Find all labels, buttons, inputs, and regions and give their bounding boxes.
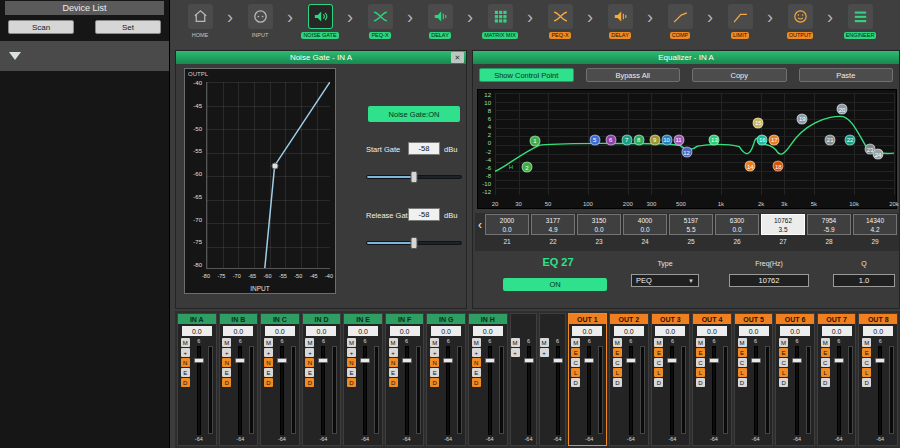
eq-point-14[interactable]: 14 — [745, 161, 756, 172]
eq-point-8[interactable]: 8 — [633, 134, 644, 145]
channel-gain-value[interactable]: 0.0 — [348, 326, 378, 336]
eq-point-7[interactable]: 7 — [621, 134, 632, 145]
channel-btn-d[interactable]: D — [347, 378, 356, 387]
toolbar-item-output[interactable]: OUTPUT — [776, 4, 824, 39]
fader-handle[interactable] — [485, 358, 495, 363]
fader-track[interactable] — [754, 346, 758, 435]
fader-handle[interactable] — [584, 358, 594, 363]
channel-gain-value[interactable]: 0.0 — [822, 326, 852, 336]
channel-gain-value[interactable]: 0.0 — [182, 326, 212, 336]
fader-handle[interactable] — [524, 358, 534, 363]
channel-btn-n[interactable]: N — [264, 358, 273, 367]
channel-btn-plus[interactable]: + — [181, 348, 190, 357]
release-gate-slider[interactable] — [366, 237, 462, 249]
show-control-point-button[interactable]: Show Control Point — [479, 68, 574, 82]
channel-btn-plus[interactable]: + — [347, 348, 356, 357]
channel-btn-c[interactable]: C — [571, 358, 580, 367]
channel-label[interactable]: OUT 6 — [776, 314, 814, 324]
fader-track[interactable] — [363, 346, 367, 435]
toolbar-item-delay-output[interactable]: DELAY — [596, 4, 644, 39]
eq-point-24[interactable]: 24 — [873, 149, 884, 160]
channel-btn-e[interactable]: E — [472, 368, 481, 377]
slider-thumb[interactable] — [411, 237, 418, 249]
channel-btn-c[interactable]: C — [613, 358, 622, 367]
channel-btn-plus[interactable]: + — [222, 348, 231, 357]
toolbar-item-home[interactable]: HOME — [176, 4, 224, 39]
channel-btn-n[interactable]: N — [347, 358, 356, 367]
fader-handle[interactable] — [667, 358, 677, 363]
channel-btn-plus[interactable]: + — [264, 348, 273, 357]
channel-gain-value[interactable]: 0.0 — [863, 326, 893, 336]
eq-band-box[interactable]: 20000.0 — [485, 214, 529, 235]
channel-label[interactable]: IN C — [261, 314, 299, 324]
fader-handle[interactable] — [318, 358, 328, 363]
channel-btn-m[interactable]: M — [389, 338, 398, 347]
eq-point-17[interactable]: 17 — [769, 134, 780, 145]
channel-btn-e[interactable]: E — [654, 348, 663, 357]
fader-handle[interactable] — [277, 358, 287, 363]
eq-plot[interactable]: 12H56789101112131415161718192021222324 — [495, 93, 894, 195]
fader-handle[interactable] — [875, 358, 885, 363]
channel-btn-e[interactable]: E — [305, 368, 314, 377]
eq-band-box[interactable]: 63000.0 — [715, 214, 759, 235]
channel-label[interactable]: IN B — [220, 314, 258, 324]
fader-handle[interactable] — [626, 358, 636, 363]
eq-band-box[interactable]: 107623.5 — [761, 214, 805, 235]
fader-handle[interactable] — [402, 358, 412, 363]
channel-label[interactable]: OUT 8 — [859, 314, 897, 324]
scan-button[interactable]: Scan — [8, 20, 74, 34]
fader-track[interactable] — [795, 346, 799, 435]
channel-btn-d[interactable]: D — [654, 378, 663, 387]
eq-band[interactable]: 7954-5.928 — [807, 214, 851, 245]
channel-btn-d[interactable]: D — [472, 378, 481, 387]
channel-btn-n[interactable]: N — [181, 358, 190, 367]
channel-btn-e[interactable]: E — [779, 348, 788, 357]
channel-btn-plus[interactable]: + — [472, 348, 481, 357]
channel-gain-value[interactable]: 0.0 — [655, 326, 685, 336]
channel-btn-e[interactable]: E — [347, 368, 356, 377]
channel-btn-l[interactable]: L — [696, 368, 705, 377]
channel-btn-l[interactable]: L — [654, 368, 663, 377]
channel-btn-m[interactable]: M — [738, 338, 747, 347]
channel-btn-c[interactable]: C — [779, 358, 788, 367]
eq-band[interactable]: 20000.021 — [485, 214, 529, 245]
channel-btn-d[interactable]: D — [222, 378, 231, 387]
copy-button[interactable]: Copy — [692, 68, 787, 82]
band-prev-arrow[interactable]: ‹ — [475, 214, 485, 235]
fader-track[interactable] — [488, 346, 492, 435]
channel-btn-m[interactable]: M — [779, 338, 788, 347]
toolbar-item-peq-x-input[interactable]: PEQ-X — [356, 4, 404, 39]
eq-band[interactable]: 51975.525 — [669, 214, 713, 245]
eq-point-21[interactable]: 21 — [825, 134, 836, 145]
eq-point-15[interactable]: 15 — [753, 117, 764, 128]
bypass-all-button[interactable]: Bypass All — [586, 68, 681, 82]
toolbar-item-engineer[interactable]: ENGINEER — [836, 4, 884, 39]
eq-band[interactable]: 143404.229 — [853, 214, 897, 245]
channel-btn-e[interactable]: E — [264, 368, 273, 377]
channel-btn-e[interactable]: E — [821, 348, 830, 357]
eq-point-11[interactable]: 11 — [673, 134, 684, 145]
eq-point-19[interactable]: 19 — [797, 113, 808, 124]
slider-thumb[interactable] — [411, 171, 418, 183]
start-gate-slider[interactable] — [366, 171, 462, 183]
fader-handle[interactable] — [235, 358, 245, 363]
channel-label[interactable]: IN G — [427, 314, 465, 324]
eq-on-button[interactable]: ON — [503, 278, 607, 291]
fader-track[interactable] — [238, 346, 242, 435]
fader-handle[interactable] — [792, 358, 802, 363]
channel-gain-value[interactable]: 0.0 — [306, 326, 336, 336]
channel-gain-value[interactable]: 0.0 — [223, 326, 253, 336]
eq-point-2[interactable]: 2 — [521, 162, 532, 173]
channel-btn-d[interactable]: D — [305, 378, 314, 387]
toolbar-item-limit[interactable]: LIMIT — [716, 4, 764, 39]
eq-point-22[interactable]: 22 — [845, 134, 856, 145]
channel-btn-e[interactable]: E — [430, 368, 439, 377]
eq-band[interactable]: 40000.024 — [623, 214, 667, 245]
channel-btn-c[interactable]: C — [696, 358, 705, 367]
channel-btn-plus[interactable]: + — [389, 348, 398, 357]
fader-track[interactable] — [712, 346, 716, 435]
eq-point-16[interactable]: 16 — [757, 134, 768, 145]
channel-btn-m[interactable]: M — [613, 338, 622, 347]
eq-point-6[interactable]: 6 — [605, 134, 616, 145]
channel-btn-m[interactable]: M — [305, 338, 314, 347]
